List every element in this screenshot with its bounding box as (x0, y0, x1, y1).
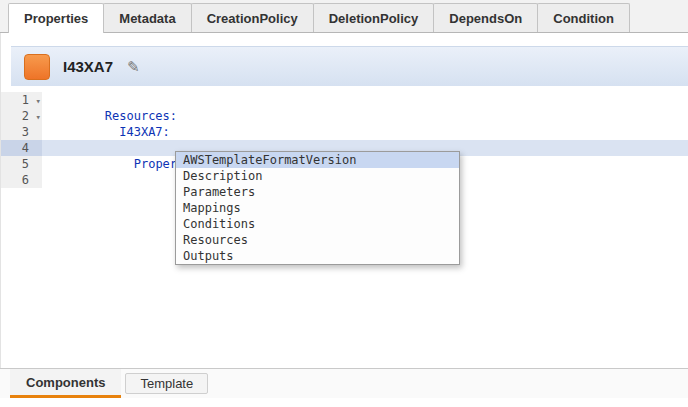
code-line-3[interactable]: 3 Type: 'AWS::EC2::Instance' (1, 124, 688, 140)
code-text[interactable]: I43XA7: (42, 108, 688, 124)
autocomplete-item[interactable]: Mappings (176, 200, 459, 216)
gutter-cell: 2 ▾ (1, 108, 42, 124)
resource-header: I43XA7 ✎ (11, 46, 688, 86)
gutter-cell: 6 (1, 172, 42, 188)
footer-tab-template[interactable]: Template (125, 373, 208, 394)
gutter-cell: 5 (1, 156, 42, 172)
autocomplete-item[interactable]: Parameters (176, 184, 459, 200)
code-text[interactable]: Type: 'AWS::EC2::Instance' (42, 124, 688, 140)
autocomplete-item[interactable]: Outputs (176, 248, 459, 264)
line-number: 4 (22, 141, 29, 155)
tab-condition[interactable]: Condition (537, 3, 630, 32)
fold-caret-icon[interactable]: ▾ (36, 93, 41, 109)
property-tab-bar: Properties Metadata CreationPolicy Delet… (0, 0, 688, 33)
line-number: 5 (22, 157, 29, 171)
autocomplete-item[interactable]: Description (176, 168, 459, 184)
tab-properties[interactable]: Properties (8, 3, 104, 33)
line-number: 1 (22, 93, 29, 107)
gutter-cell: 4 (1, 140, 42, 156)
fold-caret-icon[interactable]: ▾ (36, 109, 41, 125)
code-text[interactable]: Resources: (42, 92, 688, 108)
code-line-1[interactable]: 1 ▾ Resources: (1, 92, 688, 108)
tab-metadata[interactable]: Metadata (103, 3, 191, 32)
line-number: 3 (22, 125, 29, 139)
edit-icon[interactable]: ✎ (127, 58, 140, 76)
autocomplete-item[interactable]: Conditions (176, 216, 459, 232)
tab-deletionpolicy[interactable]: DeletionPolicy (313, 3, 435, 32)
autocomplete-item[interactable]: AWSTemplateFormatVersion (176, 152, 459, 168)
code-line-2[interactable]: 2 ▾ I43XA7: (1, 108, 688, 124)
tab-dependson[interactable]: DependsOn (433, 3, 538, 32)
resource-id: I43XA7 (63, 58, 113, 75)
autocomplete-popup: AWSTemplateFormatVersion Description Par… (175, 151, 460, 265)
gutter-cell: 1 ▾ (1, 92, 42, 108)
footer-tab-components[interactable]: Components (10, 369, 121, 398)
tab-creationpolicy[interactable]: CreationPolicy (191, 3, 314, 32)
gutter-cell: 3 (1, 124, 42, 140)
footer-tab-bar: Components Template (0, 368, 688, 398)
autocomplete-item[interactable]: Resources (176, 232, 459, 248)
resource-icon (24, 54, 50, 80)
line-number: 2 (22, 109, 29, 123)
line-number: 6 (22, 173, 29, 187)
